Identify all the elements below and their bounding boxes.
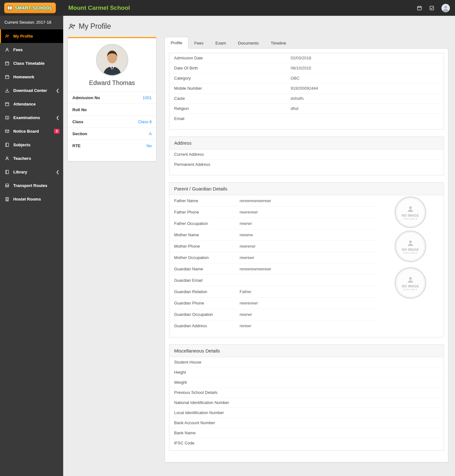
tab-documents[interactable]: Documents xyxy=(232,37,265,49)
field-row-previous-school: Previous School Details xyxy=(169,388,444,398)
field-value: 02/03/2018 xyxy=(291,56,311,60)
tab-timeline[interactable]: Timeline xyxy=(265,37,292,49)
sidebar-item-transport-routes[interactable]: Transport Routes xyxy=(0,179,63,192)
sidebar-item-my-profile[interactable]: My Profile xyxy=(0,29,63,43)
field-value: rewrwr xyxy=(240,221,252,226)
sidebar-item-examinations[interactable]: Examinations ❮ xyxy=(0,111,63,124)
sidebar-item-homework[interactable]: Homework xyxy=(0,70,63,84)
logo-text-smart: SMART xyxy=(15,5,31,10)
field-label: Permanent Address xyxy=(174,162,291,167)
field-label: Previous School Details xyxy=(174,390,291,395)
field-label: National Identification Number xyxy=(174,400,291,405)
field-row-mother-name: Mother Name reewrw xyxy=(169,229,377,241)
no-image-text: NO IMAGE xyxy=(402,214,419,217)
sidebar-item-library[interactable]: Library ❮ xyxy=(0,165,63,179)
no-image-text: NO IMAGE xyxy=(402,285,419,288)
field-row-date-of-birth: Date Of Birth 06/10/2015 xyxy=(169,63,444,73)
field-label: Guardian Email xyxy=(174,278,240,283)
field-row-guardian-occupation: Guardian Occupation rewrwr xyxy=(169,309,377,320)
book-logo-icon xyxy=(6,5,13,11)
building-icon xyxy=(5,197,9,202)
task-check-icon[interactable] xyxy=(429,5,434,11)
sidebar-item-label: Attendance xyxy=(13,102,36,106)
chevron-left-icon: ❮ xyxy=(56,88,59,93)
student-name: Edward Thomas xyxy=(68,79,156,87)
sidebar-item-attendance[interactable]: Attendance xyxy=(0,97,63,111)
field-value: rerewrewrwerewr xyxy=(240,198,271,203)
page-title-text: My Profile xyxy=(79,22,111,31)
sidebar-item-teachers[interactable]: Teachers xyxy=(0,152,63,165)
top-header: SMART SCHOOL Mount Carmel School xyxy=(0,0,455,16)
sidebar-item-hostel-rooms[interactable]: Hostel Rooms xyxy=(0,192,63,206)
field-row-student-house: Student House xyxy=(169,357,444,367)
person-icon xyxy=(406,239,415,247)
logo-text-school: SCHOOL xyxy=(33,5,52,10)
field-value: rerewr xyxy=(240,323,251,328)
field-label: Admission No xyxy=(72,95,100,100)
field-label: Guardian Address xyxy=(174,323,240,328)
no-image-text: AVAILABLE xyxy=(403,218,418,220)
field-row-guardian-email: Guardian Email xyxy=(169,275,377,286)
field-value: Class 6 xyxy=(138,119,152,124)
field-label: Mother Occupation xyxy=(174,255,240,260)
envelope-icon xyxy=(5,129,9,134)
field-label: RTE xyxy=(72,143,81,148)
field-value: rewrewr xyxy=(240,255,254,260)
header-actions xyxy=(417,4,455,12)
field-label: Bank Name xyxy=(174,431,291,435)
sidebar-item-fees[interactable]: Fees xyxy=(0,43,63,57)
tab-profile[interactable]: Profile xyxy=(165,37,188,49)
no-image-text: AVAILABLE xyxy=(403,252,418,254)
field-value: rewrerwr xyxy=(240,244,256,249)
sidebar-item-download-center[interactable]: Download Center ❮ xyxy=(0,84,63,97)
field-value: 06/10/2015 xyxy=(291,66,311,70)
tab-fees[interactable]: Fees xyxy=(188,37,209,49)
sidebar-item-label: Fees xyxy=(13,47,23,52)
page-title: My Profile xyxy=(68,22,448,31)
field-row-guardian-relation: Guardian Relation Father xyxy=(169,286,377,298)
guardian-details-box: Parent / Guardian Details Father Name re… xyxy=(169,182,444,337)
misc-details-box: Miscellaneous Details Student House Heig… xyxy=(169,344,444,451)
field-label: Religion xyxy=(174,106,291,111)
field-value: rewrerewr xyxy=(240,301,258,305)
field-value: Father xyxy=(240,289,252,294)
field-row-ifsc-code: IFSC Code xyxy=(169,438,444,448)
field-row-national-id: National Identification Number xyxy=(169,398,444,408)
field-label: Category xyxy=(174,76,291,81)
field-label: Height xyxy=(174,370,291,375)
field-row-bank-name: Bank Name xyxy=(169,428,444,438)
field-value: rewrwr xyxy=(240,312,252,317)
field-row-admission-date: Admission Date 02/03/2018 xyxy=(169,53,444,63)
field-value: No xyxy=(146,143,152,148)
sidebar-item-class-timetable[interactable]: Class Timetable xyxy=(0,57,63,70)
detail-panel: Profile Fees Exam Documents Timeline Adm… xyxy=(165,37,448,462)
field-label: Student House xyxy=(174,360,291,365)
field-row-mobile-number: Mobile Number 919200092444 xyxy=(169,83,444,93)
calendar-icon xyxy=(5,102,9,106)
calendar-icon[interactable] xyxy=(417,5,422,11)
sidebar-item-label: Subjects xyxy=(13,142,30,147)
field-label: Local Identification Number xyxy=(174,410,291,415)
field-value: dsfsdfs xyxy=(291,96,304,101)
field-value: OBC xyxy=(291,76,300,81)
school-name: Mount Carmel School xyxy=(68,4,130,11)
guardian-section-title: Parent / Guardian Details xyxy=(169,183,444,195)
sidebar-item-subjects[interactable]: Subjects xyxy=(0,138,63,152)
user-avatar-icon[interactable] xyxy=(441,4,450,12)
bus-icon xyxy=(5,183,9,188)
field-label: Section xyxy=(72,131,87,136)
field-row-height: Height xyxy=(169,367,444,377)
book-icon xyxy=(5,170,9,174)
student-summary-card: Edward Thomas Admission No 1001 Roll No … xyxy=(68,37,156,161)
field-row-email: Email xyxy=(169,114,444,124)
tab-exam[interactable]: Exam xyxy=(209,37,232,49)
no-image-text: AVAILABLE xyxy=(403,288,418,291)
student-field-admission-no: Admission No 1001 xyxy=(68,92,156,104)
field-value: rerewrewrwerewr xyxy=(240,267,271,271)
no-image-text: NO IMAGE xyxy=(402,248,419,251)
field-row-guardian-name: Guardian Name rerewrewrwerewr xyxy=(169,263,377,275)
current-session-label: Current Session: 2017-18 xyxy=(0,16,63,29)
smart-school-logo[interactable]: SMART SCHOOL xyxy=(4,3,56,13)
sidebar-item-notice-board[interactable]: Notice Board 3 xyxy=(0,124,63,138)
address-box: Address Current Address Permanent Addres… xyxy=(169,136,444,175)
